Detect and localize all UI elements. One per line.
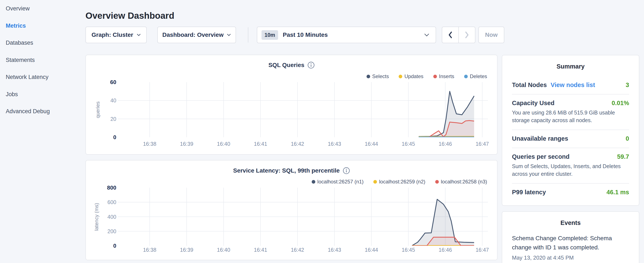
- x-tick-label: 16:42: [282, 141, 312, 147]
- legend-dot-icon: [312, 180, 315, 184]
- now-button[interactable]: Now: [478, 27, 504, 43]
- x-tick-label: 16:44: [356, 141, 386, 147]
- summary-row-left: P99 latency: [512, 189, 546, 196]
- legend-dot-icon: [399, 75, 402, 78]
- x-tick-label: 16:38: [135, 247, 164, 253]
- summary-label: Queries per second: [512, 153, 570, 160]
- y-tick-label: 800: [97, 184, 116, 191]
- summary-label: Total Nodes: [512, 82, 547, 88]
- legend-dot-icon: [435, 180, 439, 184]
- summary-row-unavailable-ranges: Unavailable ranges0: [512, 130, 629, 148]
- page-title: Overview Dashboard: [86, 11, 174, 21]
- time-next-button[interactable]: [459, 27, 475, 43]
- chart-legend: SelectsUpdatesInsertsDeletes: [366, 73, 487, 79]
- chart-title-row: Service Latency: SQL, 99th percentile: [86, 167, 497, 174]
- summary-row-queries-per-second: Queries per second59.7Sum of Selects, Up…: [512, 148, 629, 184]
- y-axis-title: latency (ms): [94, 203, 100, 231]
- legend-label: Inserts: [439, 73, 454, 79]
- sidebar-item-statements[interactable]: Statements: [6, 56, 35, 64]
- summary-row-main: Total NodesView nodes list3: [512, 82, 629, 89]
- y-tick-label: 400: [97, 213, 116, 220]
- y-tick-label: 60: [97, 79, 116, 86]
- summary-value: 0.01%: [612, 100, 629, 107]
- chart-title: Service Latency: SQL, 99th percentile: [233, 167, 340, 174]
- summary-label: Unavailable ranges: [512, 135, 568, 142]
- info-icon[interactable]: [343, 167, 350, 174]
- summary-value: 46.1 ms: [606, 189, 629, 196]
- time-nav-group: [442, 27, 476, 43]
- legend-item-deletes[interactable]: Deletes: [464, 73, 487, 79]
- x-tick-label: 16:43: [320, 247, 349, 253]
- summary-row-left: Queries per second: [512, 153, 570, 160]
- legend-dot-icon: [464, 75, 468, 78]
- summary-row-main: Capacity Used0.01%: [512, 100, 629, 107]
- summary-value: 0: [626, 135, 629, 142]
- summary-label: Capacity Used: [512, 100, 554, 106]
- x-tick-label: 16:41: [246, 247, 275, 253]
- time-prev-button[interactable]: [442, 27, 459, 43]
- legend-item-localhost-26259-n2-[interactable]: localhost:26259 (n2): [373, 179, 425, 185]
- sidebar-item-metrics[interactable]: Metrics: [6, 22, 26, 30]
- legend-label: localhost:26258 (n3): [441, 179, 487, 185]
- chevron-down-icon: [227, 34, 231, 36]
- legend-item-updates[interactable]: Updates: [399, 73, 423, 79]
- now-button-label: Now: [485, 32, 498, 38]
- info-icon[interactable]: [308, 62, 315, 69]
- sidebar-item-overview[interactable]: Overview: [6, 5, 30, 12]
- summary-value: 3: [626, 82, 629, 89]
- x-tick-label: 16:39: [172, 247, 202, 253]
- events-title: Events: [502, 212, 639, 226]
- chart-legend: localhost:26257 (n1)localhost:26259 (n2)…: [312, 179, 487, 185]
- events-panel: Events Schema Change Completed: Schema c…: [502, 211, 639, 263]
- chart-plot-area[interactable]: [118, 188, 488, 246]
- controls-divider: [248, 27, 248, 43]
- time-range-dropdown[interactable]: 10m Past 10 Minutes: [257, 27, 436, 43]
- x-tick-label: 16:38: [135, 141, 164, 147]
- sidebar-item-advanced-debug[interactable]: Advanced Debug: [6, 107, 50, 115]
- chevron-down-icon: [137, 34, 141, 36]
- event-timestamp: May 13, 2020 at 4:45 PM: [512, 254, 629, 261]
- y-tick-label: 0: [97, 134, 116, 141]
- chart-plot-area[interactable]: [118, 82, 488, 137]
- y-tick-label: 200: [97, 228, 116, 235]
- legend-dot-icon: [433, 75, 437, 78]
- event-text: Schema Change Completed: Schema change w…: [512, 234, 629, 252]
- legend-dot-icon: [366, 75, 370, 78]
- legend-item-localhost-26258-n3-[interactable]: localhost:26258 (n3): [435, 179, 487, 185]
- x-tick-label: 16:40: [209, 141, 238, 147]
- y-axis-title: queries: [95, 101, 101, 118]
- summary-row-total-nodes: Total NodesView nodes list3: [512, 73, 629, 95]
- x-tick-label: 16:45: [394, 247, 423, 253]
- summary-rows: Total NodesView nodes list3Capacity Used…: [502, 70, 639, 201]
- event-item[interactable]: Schema Change Completed: Schema change w…: [512, 234, 629, 261]
- chevron-down-icon: [424, 34, 429, 37]
- graph-dropdown[interactable]: Graph: Cluster: [86, 27, 147, 43]
- summary-description: You are using 28.6 MiB of 515.9 GiB usab…: [512, 109, 629, 124]
- legend-item-selects[interactable]: Selects: [366, 73, 389, 79]
- events-list: Schema Change Completed: Schema change w…: [502, 234, 639, 261]
- legend-label: localhost:26257 (n1): [318, 179, 364, 185]
- time-range-label: Past 10 Minutes: [283, 32, 424, 38]
- summary-title: Summary: [502, 55, 639, 70]
- sql-queries-chart-card: SQL QueriesSelectsUpdatesInsertsDeletes1…: [86, 55, 498, 155]
- summary-row-main: Unavailable ranges0: [512, 135, 629, 142]
- graph-dropdown-label: Graph: Cluster: [92, 32, 133, 38]
- sidebar-item-databases[interactable]: Databases: [6, 39, 33, 47]
- x-tick-label: 16:41: [246, 141, 275, 147]
- legend-item-localhost-26257-n1-[interactable]: localhost:26257 (n1): [312, 179, 364, 185]
- sidebar-item-jobs[interactable]: Jobs: [6, 90, 18, 98]
- dashboard-dropdown[interactable]: Dashboard: Overview: [157, 27, 236, 43]
- summary-label: P99 latency: [512, 189, 546, 195]
- view-nodes-list-link[interactable]: View nodes list: [551, 82, 595, 88]
- summary-row-left: Total NodesView nodes list: [512, 82, 595, 89]
- summary-row-main: P99 latency46.1 ms: [512, 189, 629, 196]
- dashboard-dropdown-label: Dashboard: Overview: [162, 32, 224, 38]
- chart-title-row: SQL Queries: [86, 62, 497, 69]
- time-range-badge: 10m: [262, 30, 278, 40]
- legend-label: Selects: [372, 73, 389, 79]
- x-tick-label: 16:39: [172, 141, 202, 147]
- summary-value: 59.7: [617, 153, 629, 160]
- x-tick-label: 16:46: [430, 247, 460, 253]
- legend-item-inserts[interactable]: Inserts: [433, 73, 454, 79]
- sidebar-item-network-latency[interactable]: Network Latency: [6, 73, 48, 81]
